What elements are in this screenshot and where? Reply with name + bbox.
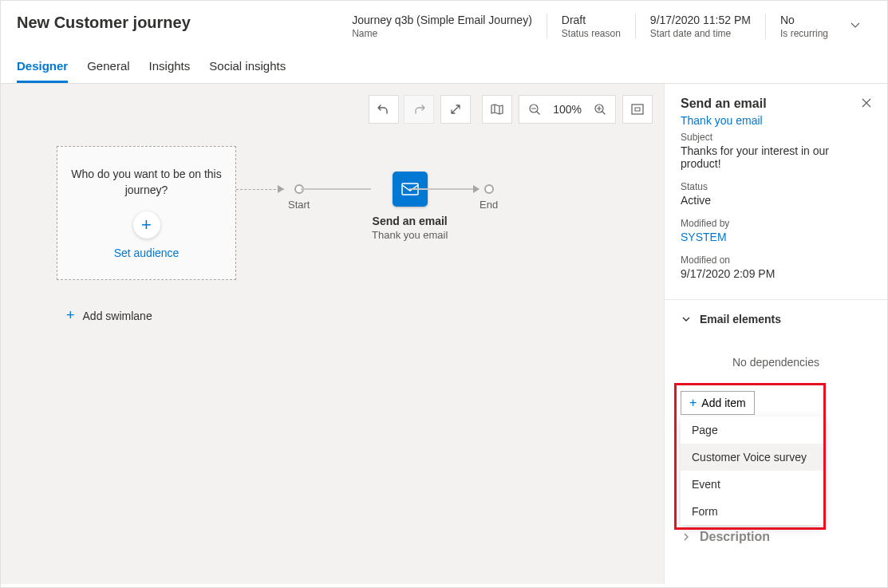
field-value: 9/17/2020 11:52 PM bbox=[650, 14, 751, 26]
header-field-name: Journey q3b (Simple Email Journey) Name bbox=[337, 14, 547, 39]
add-item-dropdown: Page Customer Voice survey Event Form bbox=[681, 416, 824, 525]
tab-general[interactable]: General bbox=[87, 59, 129, 83]
close-panel-button[interactable] bbox=[862, 97, 871, 110]
chevron-down-icon bbox=[681, 314, 692, 325]
designer-canvas-area: 100% Who do you want to be on this journ… bbox=[1, 84, 664, 584]
chevron-right-icon bbox=[681, 531, 692, 543]
audience-placeholder[interactable]: Who do you want to be on this journey? +… bbox=[57, 146, 236, 280]
panel-modifiedon-value: 9/17/2020 2:09 PM bbox=[681, 267, 871, 280]
tab-social-insights[interactable]: Social insights bbox=[209, 59, 286, 83]
audience-question: Who do you want to be on this journey? bbox=[70, 167, 223, 198]
plus-icon: + bbox=[689, 396, 697, 410]
add-item-button[interactable]: + Add item bbox=[681, 391, 755, 415]
dropdown-item-form[interactable]: Form bbox=[681, 498, 824, 525]
add-swimlane-button[interactable]: + Add swimlane bbox=[66, 307, 152, 324]
properties-panel: Send an email Thank you email Subject Th… bbox=[664, 84, 887, 584]
canvas[interactable]: Who do you want to be on this journey? +… bbox=[1, 84, 664, 584]
field-label: Is recurring bbox=[780, 28, 828, 39]
field-value: No bbox=[780, 14, 828, 26]
field-label: Name bbox=[352, 28, 532, 39]
header-field-recurring: No Is recurring bbox=[765, 14, 843, 39]
panel-subject-value: Thanks for your interest in our product! bbox=[681, 144, 871, 170]
panel-subject-label: Subject bbox=[681, 132, 871, 143]
flow-connector bbox=[301, 188, 371, 190]
tab-designer[interactable]: Designer bbox=[17, 59, 68, 83]
field-label: Start date and time bbox=[650, 28, 751, 39]
header-field-start: 9/17/2020 11:52 PM Start date and time bbox=[635, 14, 765, 39]
start-label: Start bbox=[288, 199, 310, 211]
email-tile-subtitle: Thank you email bbox=[372, 229, 448, 241]
panel-modifiedby-link[interactable]: SYSTEM bbox=[681, 231, 871, 243]
panel-title: Send an email bbox=[681, 97, 767, 111]
page-title: New Customer journey bbox=[17, 14, 191, 32]
panel-modifiedon-label: Modified on bbox=[681, 255, 871, 266]
dropdown-item-event[interactable]: Event bbox=[681, 471, 824, 498]
tab-insights[interactable]: Insights bbox=[149, 59, 191, 83]
end-dot-icon bbox=[484, 184, 494, 194]
email-elements-header[interactable]: Email elements bbox=[681, 313, 871, 326]
tabs: Designer General Insights Social insight… bbox=[1, 40, 887, 84]
header-fields: Journey q3b (Simple Email Journey) Name … bbox=[337, 14, 843, 39]
header-field-status: Draft Status reason bbox=[547, 14, 635, 39]
no-dependencies-text: No dependencies bbox=[681, 356, 871, 369]
panel-status-value: Active bbox=[681, 194, 871, 207]
end-node: End bbox=[480, 184, 498, 211]
chevron-down-icon[interactable] bbox=[843, 14, 871, 34]
dropdown-item-page[interactable]: Page bbox=[681, 416, 824, 444]
description-title: Description bbox=[700, 530, 770, 544]
email-tile[interactable]: Send an email Thank you email bbox=[372, 172, 448, 241]
field-value: Draft bbox=[562, 14, 621, 26]
main: 100% Who do you want to be on this journ… bbox=[1, 84, 887, 584]
panel-modifiedby-label: Modified by bbox=[681, 218, 871, 229]
header: New Customer journey Journey q3b (Simple… bbox=[1, 1, 887, 40]
add-item-label: Add item bbox=[701, 397, 745, 409]
field-label: Status reason bbox=[562, 28, 621, 39]
email-elements-title: Email elements bbox=[700, 313, 781, 326]
add-audience-button[interactable]: + bbox=[133, 211, 160, 239]
panel-status-label: Status bbox=[681, 181, 871, 192]
description-header[interactable]: Description bbox=[681, 530, 871, 544]
arrow-right-icon bbox=[276, 184, 286, 198]
email-tile-title: Send an email bbox=[373, 215, 448, 227]
field-value: Journey q3b (Simple Email Journey) bbox=[352, 14, 532, 26]
end-label: End bbox=[480, 199, 498, 211]
flow-connector bbox=[409, 188, 475, 190]
add-swimlane-label: Add swimlane bbox=[83, 310, 152, 322]
dropdown-item-customer-voice-survey[interactable]: Customer Voice survey bbox=[681, 444, 824, 471]
panel-email-link[interactable]: Thank you email bbox=[681, 114, 871, 127]
plus-icon: + bbox=[141, 215, 152, 235]
plus-icon: + bbox=[66, 307, 75, 324]
set-audience-link[interactable]: Set audience bbox=[114, 247, 180, 259]
